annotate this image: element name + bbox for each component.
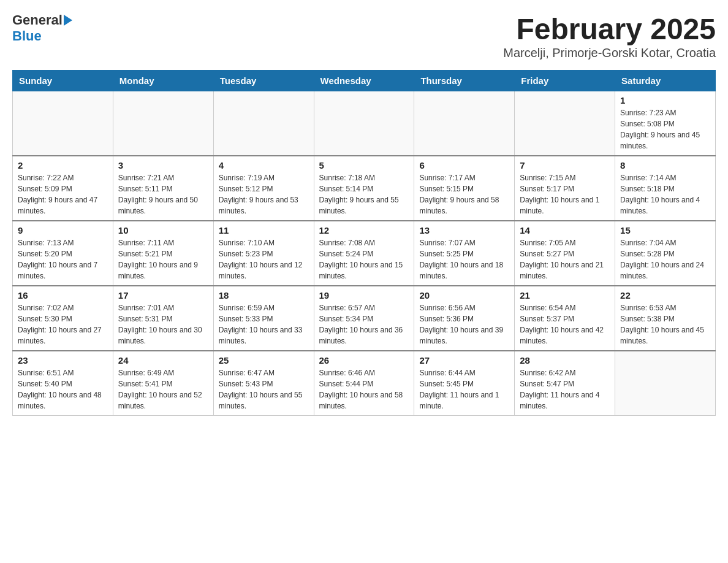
calendar-week-row: 1Sunrise: 7:23 AM Sunset: 5:08 PM Daylig… xyxy=(13,91,716,156)
calendar-day-cell: 15Sunrise: 7:04 AM Sunset: 5:28 PM Dayli… xyxy=(615,221,716,286)
calendar-day-cell: 5Sunrise: 7:18 AM Sunset: 5:14 PM Daylig… xyxy=(314,156,414,221)
day-number: 2 xyxy=(18,160,108,170)
calendar-day-cell: 24Sunrise: 6:49 AM Sunset: 5:41 PM Dayli… xyxy=(113,351,213,416)
calendar-day-cell xyxy=(515,91,615,156)
day-info: Sunrise: 7:01 AM Sunset: 5:31 PM Dayligh… xyxy=(118,302,208,347)
calendar-day-cell: 6Sunrise: 7:17 AM Sunset: 5:15 PM Daylig… xyxy=(414,156,515,221)
day-number: 28 xyxy=(520,355,610,366)
calendar-week-row: 2Sunrise: 7:22 AM Sunset: 5:09 PM Daylig… xyxy=(13,156,716,221)
calendar-day-cell: 23Sunrise: 6:51 AM Sunset: 5:40 PM Dayli… xyxy=(13,351,113,416)
calendar-day-cell: 2Sunrise: 7:22 AM Sunset: 5:09 PM Daylig… xyxy=(13,156,113,221)
day-info: Sunrise: 7:19 AM Sunset: 5:12 PM Dayligh… xyxy=(219,172,309,216)
calendar-day-cell xyxy=(414,91,515,156)
logo: General Blue xyxy=(12,12,72,44)
day-info: Sunrise: 6:59 AM Sunset: 5:33 PM Dayligh… xyxy=(219,302,309,347)
day-info: Sunrise: 7:05 AM Sunset: 5:27 PM Dayligh… xyxy=(520,237,610,282)
day-info: Sunrise: 6:53 AM Sunset: 5:38 PM Dayligh… xyxy=(620,302,710,347)
calendar-day-cell: 10Sunrise: 7:11 AM Sunset: 5:21 PM Dayli… xyxy=(113,221,213,286)
day-info: Sunrise: 6:54 AM Sunset: 5:37 PM Dayligh… xyxy=(520,302,610,347)
day-number: 17 xyxy=(118,290,208,301)
calendar-day-header: Saturday xyxy=(615,71,716,91)
day-info: Sunrise: 7:17 AM Sunset: 5:15 PM Dayligh… xyxy=(419,172,509,216)
logo-arrow-icon xyxy=(64,15,72,26)
calendar-day-cell xyxy=(615,351,716,416)
day-number: 25 xyxy=(219,355,309,366)
calendar-day-cell: 1Sunrise: 7:23 AM Sunset: 5:08 PM Daylig… xyxy=(615,91,716,156)
calendar-day-header: Sunday xyxy=(13,71,113,91)
calendar-day-cell: 21Sunrise: 6:54 AM Sunset: 5:37 PM Dayli… xyxy=(515,286,615,351)
calendar-day-cell xyxy=(314,91,414,156)
calendar-day-cell xyxy=(113,91,213,156)
calendar-table: SundayMondayTuesdayWednesdayThursdayFrid… xyxy=(12,70,716,416)
calendar-day-cell: 20Sunrise: 6:56 AM Sunset: 5:36 PM Dayli… xyxy=(414,286,515,351)
day-info: Sunrise: 6:46 AM Sunset: 5:44 PM Dayligh… xyxy=(319,367,409,412)
calendar-day-cell: 16Sunrise: 7:02 AM Sunset: 5:30 PM Dayli… xyxy=(13,286,113,351)
calendar-day-cell: 26Sunrise: 6:46 AM Sunset: 5:44 PM Dayli… xyxy=(314,351,414,416)
day-info: Sunrise: 6:42 AM Sunset: 5:47 PM Dayligh… xyxy=(520,367,610,412)
day-info: Sunrise: 6:44 AM Sunset: 5:45 PM Dayligh… xyxy=(419,367,509,412)
day-info: Sunrise: 7:08 AM Sunset: 5:24 PM Dayligh… xyxy=(319,237,409,282)
calendar-week-row: 9Sunrise: 7:13 AM Sunset: 5:20 PM Daylig… xyxy=(13,221,716,286)
day-info: Sunrise: 7:10 AM Sunset: 5:23 PM Dayligh… xyxy=(219,237,309,282)
day-info: Sunrise: 7:22 AM Sunset: 5:09 PM Dayligh… xyxy=(18,172,108,216)
calendar-day-cell: 14Sunrise: 7:05 AM Sunset: 5:27 PM Dayli… xyxy=(515,221,615,286)
day-number: 26 xyxy=(319,355,409,366)
day-info: Sunrise: 7:14 AM Sunset: 5:18 PM Dayligh… xyxy=(620,172,710,216)
day-info: Sunrise: 6:51 AM Sunset: 5:40 PM Dayligh… xyxy=(18,367,108,412)
day-info: Sunrise: 7:21 AM Sunset: 5:11 PM Dayligh… xyxy=(118,172,208,216)
day-number: 4 xyxy=(219,160,309,170)
day-number: 6 xyxy=(419,160,509,170)
day-number: 9 xyxy=(18,225,108,236)
calendar-day-header: Thursday xyxy=(414,71,515,91)
day-info: Sunrise: 6:56 AM Sunset: 5:36 PM Dayligh… xyxy=(419,302,509,347)
calendar-day-cell: 25Sunrise: 6:47 AM Sunset: 5:43 PM Dayli… xyxy=(213,351,314,416)
day-info: Sunrise: 6:57 AM Sunset: 5:34 PM Dayligh… xyxy=(319,302,409,347)
day-number: 27 xyxy=(419,355,509,366)
day-number: 7 xyxy=(520,160,610,170)
day-info: Sunrise: 7:15 AM Sunset: 5:17 PM Dayligh… xyxy=(520,172,610,216)
day-number: 23 xyxy=(18,355,108,366)
day-info: Sunrise: 7:02 AM Sunset: 5:30 PM Dayligh… xyxy=(18,302,108,347)
calendar-day-cell: 4Sunrise: 7:19 AM Sunset: 5:12 PM Daylig… xyxy=(213,156,314,221)
day-number: 10 xyxy=(118,225,208,236)
calendar-day-cell: 13Sunrise: 7:07 AM Sunset: 5:25 PM Dayli… xyxy=(414,221,515,286)
day-number: 21 xyxy=(520,290,610,301)
calendar-day-cell: 27Sunrise: 6:44 AM Sunset: 5:45 PM Dayli… xyxy=(414,351,515,416)
calendar-day-header: Tuesday xyxy=(213,71,314,91)
calendar-day-cell: 17Sunrise: 7:01 AM Sunset: 5:31 PM Dayli… xyxy=(113,286,213,351)
calendar-day-cell: 19Sunrise: 6:57 AM Sunset: 5:34 PM Dayli… xyxy=(314,286,414,351)
page-header: General Blue February 2025 Marcelji, Pri… xyxy=(12,12,716,60)
day-number: 14 xyxy=(520,225,610,236)
day-info: Sunrise: 6:47 AM Sunset: 5:43 PM Dayligh… xyxy=(219,367,309,412)
day-number: 24 xyxy=(118,355,208,366)
day-number: 18 xyxy=(219,290,309,301)
calendar-day-cell: 9Sunrise: 7:13 AM Sunset: 5:20 PM Daylig… xyxy=(13,221,113,286)
calendar-day-cell xyxy=(213,91,314,156)
day-number: 19 xyxy=(319,290,409,301)
calendar-day-cell: 22Sunrise: 6:53 AM Sunset: 5:38 PM Dayli… xyxy=(615,286,716,351)
calendar-week-row: 23Sunrise: 6:51 AM Sunset: 5:40 PM Dayli… xyxy=(13,351,716,416)
logo-general-text: General xyxy=(12,12,63,28)
calendar-day-cell xyxy=(13,91,113,156)
title-area: February 2025 Marcelji, Primorje-Gorski … xyxy=(503,12,716,60)
calendar-day-header: Monday xyxy=(113,71,213,91)
logo-blue-text: Blue xyxy=(12,28,42,44)
day-number: 20 xyxy=(419,290,509,301)
day-info: Sunrise: 7:11 AM Sunset: 5:21 PM Dayligh… xyxy=(118,237,208,282)
day-number: 3 xyxy=(118,160,208,170)
day-number: 15 xyxy=(620,225,710,236)
calendar-day-header: Wednesday xyxy=(314,71,414,91)
day-number: 1 xyxy=(620,95,710,105)
calendar-header-row: SundayMondayTuesdayWednesdayThursdayFrid… xyxy=(13,71,716,91)
day-info: Sunrise: 7:18 AM Sunset: 5:14 PM Dayligh… xyxy=(319,172,409,216)
day-number: 12 xyxy=(319,225,409,236)
calendar-day-cell: 3Sunrise: 7:21 AM Sunset: 5:11 PM Daylig… xyxy=(113,156,213,221)
month-title: February 2025 xyxy=(503,12,716,46)
calendar-day-cell: 7Sunrise: 7:15 AM Sunset: 5:17 PM Daylig… xyxy=(515,156,615,221)
calendar-day-cell: 28Sunrise: 6:42 AM Sunset: 5:47 PM Dayli… xyxy=(515,351,615,416)
day-number: 22 xyxy=(620,290,710,301)
day-number: 13 xyxy=(419,225,509,236)
day-number: 16 xyxy=(18,290,108,301)
day-info: Sunrise: 7:13 AM Sunset: 5:20 PM Dayligh… xyxy=(18,237,108,282)
calendar-day-cell: 12Sunrise: 7:08 AM Sunset: 5:24 PM Dayli… xyxy=(314,221,414,286)
